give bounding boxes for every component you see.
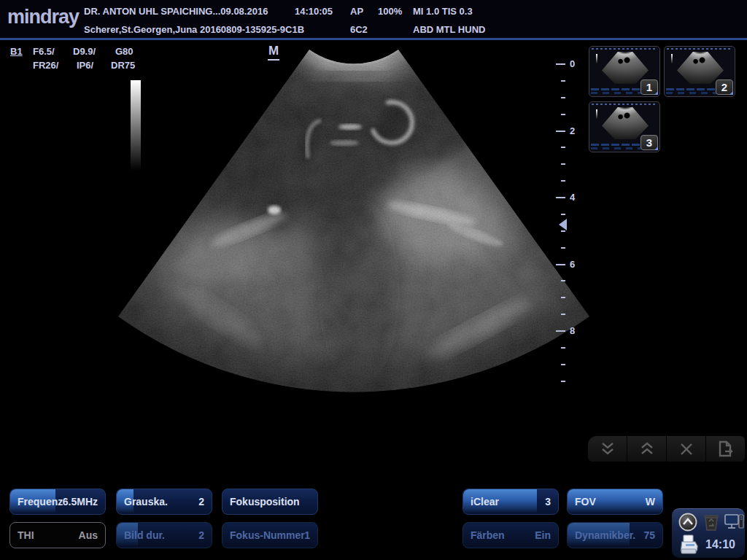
thumbnail-number-badge: 2 [716,79,733,95]
softkey-grauska[interactable]: Grauska. 2 [116,489,212,515]
softkey-label: THI [18,523,34,548]
softkey-label: Fokusposition [230,489,300,515]
softkey-label: FOV [575,489,596,515]
thumb-header-strip [592,48,657,50]
thumbnail-number-badge: 3 [640,135,658,150]
softkey-value: Ein [535,523,551,548]
tray-clock: 14:10 [705,538,735,551]
ruler-minor-tick [561,147,565,148]
header-divider [0,38,747,40]
thumb-grayscale-bar [596,109,597,120]
ruler-minor-tick [561,297,565,298]
mindray-logo: mindray [7,6,79,28]
badge-corner-icon [654,147,658,150]
ruler-depth-label: 6 [570,259,575,270]
thumbnail-nav-bar [588,436,745,462]
header-bar: mindray DR. ANTON UHL SPAICHING...09.08.… [0,0,747,38]
cine-thumbnail-2[interactable]: 2 [664,46,735,97]
trash-icon[interactable] [703,513,720,532]
patient-exam-id: Scherer,St.Georgen,Juna 20160809-135925-… [84,24,304,35]
ruler-minor-tick [561,381,565,382]
param-depth: D9.9/ [73,46,96,57]
ruler-minor-tick [561,180,565,182]
cine-thumbnail-1[interactable]: 1 [589,46,660,97]
softkey-dynamikber[interactable]: Dynamikber. 75 [567,522,663,548]
thumbnail-number-badge: 1 [640,79,658,95]
ruler-minor-tick [561,80,565,82]
exam-time: 14:10:05 [295,6,333,17]
softkey-value: 2 [198,523,204,548]
orientation-marker: M [268,44,279,61]
ruler-minor-tick [561,364,565,365]
softkey-label: Fokus-Nummer [230,523,305,548]
export-document-icon [716,440,735,458]
softkey-thi[interactable]: THI Aus [9,522,106,548]
softkey-fokusposition[interactable]: Fokusposition [222,489,318,515]
param-frame-rate: FR26/ [33,60,58,71]
export-image-button[interactable] [706,436,745,462]
probe-name: 6C2 [350,24,368,35]
softkey-label: Grauska. [124,489,168,515]
cine-thumbnail-3[interactable]: 3 [589,101,660,152]
ruler-depth-label: 2 [570,125,575,136]
softkey-label: Dynamikber. [575,523,635,548]
softkey-faerben[interactable]: Färben Ein [462,522,559,548]
thumb-grayscale-bar [596,54,597,64]
physician-date: DR. ANTON UHL SPAICHING...09.08.2016 [84,6,268,17]
ultrasound-screen: mindray DR. ANTON UHL SPAICHING...09.08.… [0,0,747,560]
param-frequency: F6.5/ [33,46,55,57]
ruler-minor-tick [561,314,565,315]
ruler-minor-tick [561,163,565,165]
softkey-value: Aus [79,523,98,548]
ruler-major-tick [556,63,565,65]
softkey-iclear[interactable]: iClear 3 [462,489,559,515]
page-down-button[interactable] [588,436,627,462]
workstation-icon[interactable] [724,513,744,532]
param-gain: G80 [115,46,133,57]
ruler-minor-tick [561,97,565,98]
thumb-header-strip [667,48,732,50]
softkey-bar: Frequenz 6.5MHz Grauska. 2 Fokusposition… [0,481,747,560]
softkey-label: Färben [471,523,505,548]
system-tray: 14:10 [672,508,745,558]
double-chevron-up-icon [637,441,657,457]
thumb-grayscale-bar [671,54,673,64]
close-x-icon [678,441,694,457]
softkey-label: Frequenz [18,489,63,515]
softkey-value: 75 [643,523,655,548]
ruler-minor-tick [561,280,565,281]
delete-image-button[interactable] [667,436,706,462]
acoustic-power-label: AP [350,6,363,17]
softkey-label: Bild dur. [124,523,165,548]
softkey-label: iClear [471,489,499,515]
ruler-major-tick [556,330,565,332]
acoustic-power-value: 100% [378,6,402,17]
badge-corner-icon [729,91,733,95]
ruler-depth-label: 0 [570,58,575,69]
ruler-minor-tick [561,114,565,115]
focus-position-caret-icon [559,219,567,230]
softkey-value: W [646,489,655,515]
ruler-minor-tick [561,230,565,232]
printer-icon[interactable] [677,533,700,555]
param-dynamic-range: DR75 [111,60,135,71]
softkey-fokus-nummer[interactable]: Fokus-Nummer 1 [222,522,318,548]
softkey-value: 1 [304,523,310,548]
softkey-value: 6.5MHz [63,489,98,515]
badge-corner-icon [654,91,658,95]
double-chevron-down-icon [597,441,618,457]
softkey-bild-dur[interactable]: Bild dur. 2 [116,522,212,548]
exam-preset: ABD MTL HUND [413,24,485,35]
thumb-header-strip [592,104,657,105]
softkey-value: 2 [198,489,204,515]
ruler-minor-tick [561,214,565,215]
mode-label: B1 [10,46,23,57]
ruler-major-tick [556,131,565,132]
ruler-depth-label: 4 [570,192,575,203]
page-up-button[interactable] [627,436,667,462]
softkey-value: 3 [545,489,551,515]
softkey-fov[interactable]: FOV W [567,489,663,515]
ruler-depth-label: 8 [570,325,575,336]
softkey-frequenz[interactable]: Frequenz 6.5MHz [9,489,106,515]
power-chevron-icon[interactable] [678,513,697,532]
